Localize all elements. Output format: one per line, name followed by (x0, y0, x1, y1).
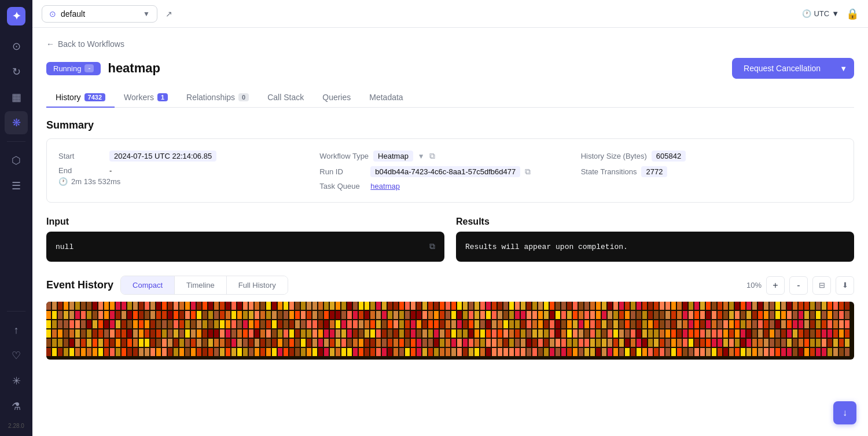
summary-box: Start 2024-07-15 UTC 22:14:06.85 End - 🕐… (46, 138, 854, 203)
sidebar-item-settings[interactable]: ☰ (5, 174, 28, 197)
tab-history-label: History (56, 93, 81, 102)
event-history-view-tabs: Compact Timeline Full History (120, 276, 288, 295)
sidebar-item-namespaces[interactable]: ⬡ (5, 149, 28, 172)
summary-duration-row: 🕐 2m 13s 532ms (58, 177, 319, 186)
event-history-header: Event History Compact Timeline Full Hist… (46, 276, 854, 295)
view-tab-compact[interactable]: Compact (121, 276, 175, 294)
input-code-panel: null ⧉ (46, 232, 444, 262)
results-code-panel: Results will appear upon completion. (456, 232, 854, 262)
input-panel: Input null ⧉ (46, 217, 444, 262)
summary-run-id-value: b04db44a-7423-4c6c-8aa1-57c5dfb6d477 (370, 166, 520, 177)
clock-icon-small: 🕐 (58, 177, 68, 186)
summary-state-transitions-row: State Transitions 2772 (581, 164, 842, 179)
sidebar-item-home[interactable]: ⊙ (5, 35, 28, 58)
tab-metadata[interactable]: Metadata (360, 88, 412, 108)
summary-end-label: End (58, 166, 105, 175)
summary-start-label: Start (58, 152, 105, 160)
input-value: null (56, 243, 73, 251)
summary-task-queue-value[interactable]: heatmap (370, 182, 400, 190)
status-badge: Running - (46, 62, 101, 75)
event-history-left: Event History Compact Timeline Full Hist… (46, 276, 288, 295)
tab-relationships-label: Relationships (186, 93, 235, 102)
filter-icon-btn: ⊟ (819, 281, 825, 290)
sidebar-item-workflows[interactable]: ❋ (5, 111, 28, 134)
namespace-icon: ⊙ (49, 9, 56, 19)
back-label: Back to Workflows (58, 39, 124, 49)
namespace-selector[interactable]: ⊙ default ▼ (42, 5, 157, 23)
summary-run-id-row: Run ID b04db44a-7423-4c6c-8aa1-57c5dfb6d… (319, 164, 580, 179)
input-title: Input (46, 217, 444, 227)
status-label: Running (53, 64, 81, 73)
heatmap-container (46, 302, 854, 360)
view-tab-full-history[interactable]: Full History (227, 276, 288, 294)
tab-history[interactable]: History 7432 (46, 88, 115, 108)
scroll-to-bottom-button[interactable]: ↓ (833, 401, 856, 424)
copy-input-icon[interactable]: ⧉ (429, 242, 435, 251)
zoom-in-button[interactable]: + (766, 276, 785, 295)
sidebar-item-lab[interactable]: ⚗ (5, 395, 28, 418)
summary-history-size-row: History Size (Bytes) 605842 (581, 148, 842, 164)
results-title: Results (456, 217, 854, 227)
tab-workers[interactable]: Workers 1 (115, 88, 177, 108)
download-button[interactable]: ⬇ (836, 276, 854, 295)
topbar: ⊙ default ▼ ↗ 🕐 UTC ▼ 🔒 (32, 0, 868, 28)
copy-workflow-type-icon[interactable]: ⧉ (429, 151, 435, 161)
summary-run-id-label: Run ID (319, 167, 366, 176)
tab-relationships-badge: 0 (238, 93, 249, 101)
tab-workers-label: Workers (124, 93, 154, 102)
topbar-right: 🕐 UTC ▼ 🔒 (802, 8, 859, 20)
copy-run-id-icon[interactable]: ⧉ (525, 167, 531, 177)
feedback-icon[interactable]: 🔒 (846, 8, 859, 20)
zoom-level: 10% (746, 281, 762, 290)
workflow-header: Running - heatmap Request Cancellation ▼ (46, 58, 854, 79)
summary-col-3: History Size (Bytes) 605842 State Transi… (581, 148, 842, 193)
summary-end-row: End - (58, 164, 319, 177)
external-link-icon[interactable]: ↗ (162, 6, 176, 22)
main-content: ⊙ default ▼ ↗ 🕐 UTC ▼ 🔒 ← Back to Workfl… (32, 0, 868, 436)
summary-title: Summary (46, 119, 854, 131)
view-tab-timeline[interactable]: Timeline (175, 276, 227, 294)
summary-workflow-type-row: Workflow Type Heatmap ▼ ⧉ (319, 148, 580, 164)
filter-icon[interactable]: ▼ (418, 152, 425, 160)
filter-button[interactable]: ⊟ (812, 276, 831, 295)
tab-queries-label: Queries (322, 93, 351, 102)
summary-state-transitions-value: 2772 (641, 166, 667, 177)
summary-end-value: - (109, 166, 112, 175)
summary-task-queue-row: Task Queue heatmap (319, 179, 580, 193)
summary-grid: Start 2024-07-15 UTC 22:14:06.85 End - 🕐… (58, 148, 842, 193)
app-logo[interactable]: ✦ (7, 7, 25, 25)
namespace-name: default (61, 9, 138, 19)
cancel-button-label: Request Cancellation (732, 58, 832, 79)
tab-callstack[interactable]: Call Stack (258, 88, 313, 108)
input-results-section: Input null ⧉ Results Results will appear… (46, 217, 854, 262)
summary-col-1: Start 2024-07-15 UTC 22:14:06.85 End - 🕐… (58, 148, 319, 193)
download-icon: ⬇ (842, 281, 848, 290)
request-cancellation-button[interactable]: Request Cancellation ▼ (732, 58, 854, 79)
sidebar-item-history[interactable]: ↻ (5, 60, 28, 83)
summary-history-size-label: History Size (Bytes) (581, 152, 647, 160)
timezone-label: UTC (814, 9, 829, 18)
tab-relationships[interactable]: Relationships 0 (177, 88, 258, 108)
back-to-workflows[interactable]: ← Back to Workflows (46, 39, 854, 49)
workflow-title-left: Running - heatmap (46, 61, 160, 76)
sidebar-divider-1 (7, 141, 25, 142)
sidebar-item-schedules[interactable]: ▦ (5, 86, 28, 109)
sidebar-item-upload[interactable]: ↑ (5, 318, 28, 342)
cancel-dropdown-icon[interactable]: ▼ (833, 58, 854, 79)
namespace-dropdown-icon: ▼ (143, 10, 150, 18)
workflow-name: heatmap (108, 61, 160, 76)
sidebar-bottom: ↑ ♡ ✳ ⚗ 2.28.0 (5, 306, 28, 429)
summary-task-queue-label: Task Queue (319, 182, 366, 190)
back-arrow-icon: ← (46, 39, 54, 49)
sidebar-item-star[interactable]: ✳ (5, 369, 28, 393)
event-history-right: 10% + - ⊟ ⬇ (746, 276, 854, 295)
summary-start-value: 2024-07-15 UTC 22:14:06.85 (109, 151, 216, 162)
tab-callstack-label: Call Stack (267, 93, 304, 102)
results-placeholder: Results will appear upon completion. (465, 243, 628, 251)
summary-workflow-type-value: Heatmap (373, 151, 413, 162)
zoom-out-button[interactable]: - (789, 276, 808, 295)
sidebar: ✦ ⊙ ↻ ▦ ❋ ⬡ ☰ ↑ ♡ ✳ ⚗ 2.28.0 (0, 0, 32, 436)
tab-queries[interactable]: Queries (313, 88, 360, 108)
timezone-selector[interactable]: 🕐 UTC ▼ (802, 9, 839, 18)
sidebar-item-heart[interactable]: ♡ (5, 344, 28, 367)
